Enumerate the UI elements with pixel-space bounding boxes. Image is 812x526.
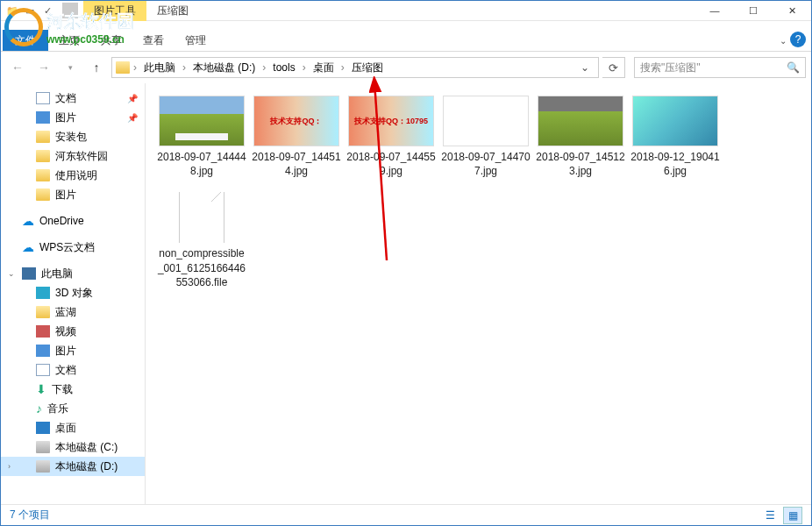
tree-item[interactable]: 3D 对象 <box>1 283 145 302</box>
tree-item[interactable]: 文档📌 <box>1 89 145 108</box>
address-bar[interactable]: › 此电脑 › 本地磁盘 (D:) › tools › 桌面 › 压缩图 ⌄ <box>111 57 599 78</box>
tree-item-label: 视频 <box>55 324 76 339</box>
chevron-right-icon[interactable]: › <box>301 61 308 74</box>
context-tab-picture-tools[interactable]: 图片工具 <box>83 1 146 21</box>
file-name: 2018-09-07_144559.jpg <box>344 150 438 178</box>
ribbon-manage-tab[interactable]: 管理 <box>175 30 217 51</box>
tree-onedrive[interactable]: ☁OneDrive <box>1 211 145 231</box>
tree-item[interactable]: 图片 <box>1 341 145 360</box>
file-item[interactable]: 技术支持QQ：107952018-09-07_144559.jpg <box>344 96 438 178</box>
nav-up-button[interactable]: ↑ <box>85 56 108 79</box>
chevron-right-icon[interactable]: › <box>260 61 267 74</box>
chevron-right-icon[interactable]: › <box>339 61 346 74</box>
tree-item[interactable]: 视频 <box>1 322 145 341</box>
tree-item-label: 此电脑 <box>41 267 73 281</box>
tree-item[interactable]: 河东软件园 <box>1 146 145 166</box>
tree-item[interactable]: 本地磁盘 (C:) <box>1 437 145 457</box>
status-item-count: 7 个项目 <box>10 508 50 522</box>
folder-icon[interactable]: 📁 <box>4 3 20 18</box>
minimize-button[interactable]: ― <box>695 1 734 21</box>
cloud-icon: ☁ <box>22 240 34 254</box>
window-title: 压缩图 <box>146 2 199 20</box>
ribbon-expand-icon[interactable]: ⌄ <box>780 36 787 46</box>
tree-item-label: 音乐 <box>47 402 68 416</box>
ribbon-home-tab[interactable]: 主页 <box>48 30 90 51</box>
tree-item-label: 3D 对象 <box>55 286 93 301</box>
tree-item-label: 安装包 <box>55 130 87 145</box>
file-name: 2018-09-07_145123.jpg <box>533 150 628 178</box>
file-item[interactable]: non_compressible_001_6125166446553066.fi… <box>154 192 249 289</box>
breadcrumb-current[interactable]: 压缩图 <box>348 60 387 75</box>
navigation-bar: ← → ▾ ↑ › 此电脑 › 本地磁盘 (D:) › tools › 桌面 ›… <box>1 52 811 83</box>
ribbon-file-tab[interactable]: 文件 <box>3 30 48 51</box>
tree-item[interactable]: 桌面 <box>1 418 145 437</box>
pc-icon <box>22 267 36 280</box>
tree-item[interactable]: 蓝湖 <box>1 302 145 322</box>
tree-item-label: 下载 <box>52 382 73 397</box>
view-thumbnails-button[interactable]: ▦ <box>783 507 802 524</box>
breadcrumb-tools[interactable]: tools <box>269 61 298 74</box>
tree-item[interactable]: ♪音乐 <box>1 399 145 418</box>
ribbon-share-tab[interactable]: 共享 <box>90 30 132 51</box>
nav-forward-button: → <box>32 56 55 79</box>
chevron-right-icon[interactable]: › <box>8 462 11 471</box>
file-name: 2018-09-07_144707.jpg <box>438 150 533 178</box>
breadcrumb-drive[interactable]: 本地磁盘 (D:) <box>189 60 259 75</box>
tree-item-label: 蓝湖 <box>55 305 76 320</box>
tree-wps[interactable]: ☁WPS云文档 <box>1 238 145 257</box>
maximize-button[interactable]: ☐ <box>734 1 773 21</box>
title-bar: 📁 ▭ ✓ 图片工具 压缩图 ― ☐ ✕ <box>1 1 811 21</box>
file-name: 2018-09-07_144448.jpg <box>154 150 249 178</box>
nav-history-dropdown[interactable]: ▾ <box>59 56 82 79</box>
tree-item-label: 本地磁盘 (C:) <box>55 440 118 455</box>
file-name: non_compressible_001_6125166446553066.fi… <box>154 246 249 289</box>
tree-item-label: 图片 <box>55 344 76 359</box>
tree-item-label: 文档 <box>55 91 76 106</box>
chevron-down-icon[interactable]: ⌄ <box>8 269 15 278</box>
tree-item-label: OneDrive <box>39 215 84 227</box>
address-dropdown-icon[interactable]: ⌄ <box>575 61 595 74</box>
search-placeholder: 搜索"压缩图" <box>640 60 701 75</box>
tree-item[interactable]: ›本地磁盘 (D:) <box>1 457 145 476</box>
view-details-button[interactable]: ☰ <box>760 507 780 524</box>
file-item[interactable]: 2018-09-07_144707.jpg <box>438 96 533 178</box>
tree-item-label: 图片 <box>55 110 76 125</box>
file-item[interactable]: 技术支持QQ：2018-09-07_144514.jpg <box>249 96 344 178</box>
tree-item[interactable]: 使用说明 <box>1 166 145 185</box>
navigation-tree[interactable]: 文档📌图片📌安装包河东软件园使用说明图片☁OneDrive☁WPS云文档⌄此电脑… <box>1 83 146 506</box>
breadcrumb-pc[interactable]: 此电脑 <box>140 60 179 75</box>
chevron-right-icon[interactable]: › <box>181 61 188 74</box>
tree-item[interactable]: 图片 <box>1 185 145 204</box>
tree-item[interactable]: ⬇下载 <box>1 380 145 399</box>
file-item[interactable]: 2018-09-12_190416.jpg <box>628 96 723 178</box>
nav-back-button[interactable]: ← <box>6 56 29 79</box>
breadcrumb-desktop[interactable]: 桌面 <box>310 60 338 75</box>
search-icon[interactable]: 🔍 <box>787 61 800 74</box>
tree-item[interactable]: 文档 <box>1 360 145 380</box>
qat-new-icon[interactable]: ✓ <box>39 3 55 18</box>
file-item[interactable]: 2018-09-07_145123.jpg <box>533 96 628 178</box>
tree-item-label: 本地磁盘 (D:) <box>55 459 118 474</box>
status-bar: 7 个项目 ☰ ▦ <box>1 504 811 525</box>
chevron-right-icon[interactable]: › <box>132 61 139 74</box>
refresh-button[interactable]: ⟳ <box>602 57 625 78</box>
file-list-pane[interactable]: 2018-09-07_144448.jpg技术支持QQ：2018-09-07_1… <box>146 83 811 506</box>
tree-item-label: 河东软件园 <box>55 149 108 164</box>
pin-icon: 📌 <box>127 113 138 123</box>
cloud-icon: ☁ <box>22 214 34 228</box>
ribbon: 文件 主页 共享 查看 管理 ⌄ ? <box>1 21 811 52</box>
tree-item-label: 文档 <box>55 363 76 378</box>
help-icon[interactable]: ? <box>790 32 806 47</box>
tree-item-label: 桌面 <box>55 421 76 436</box>
file-item[interactable]: 2018-09-07_144448.jpg <box>154 96 249 178</box>
tree-item-label: WPS云文档 <box>39 240 95 255</box>
ribbon-view-tab[interactable]: 查看 <box>132 30 175 51</box>
tree-item[interactable]: 图片📌 <box>1 108 145 127</box>
search-input[interactable]: 搜索"压缩图" 🔍 <box>634 57 806 78</box>
tree-item-label: 使用说明 <box>55 168 97 183</box>
close-button[interactable]: ✕ <box>773 1 811 21</box>
tree-item[interactable]: 安装包 <box>1 127 145 146</box>
qat-properties-icon[interactable]: ▭ <box>22 3 38 18</box>
pin-icon: 📌 <box>127 94 138 103</box>
tree-thispc[interactable]: ⌄此电脑 <box>1 264 145 283</box>
